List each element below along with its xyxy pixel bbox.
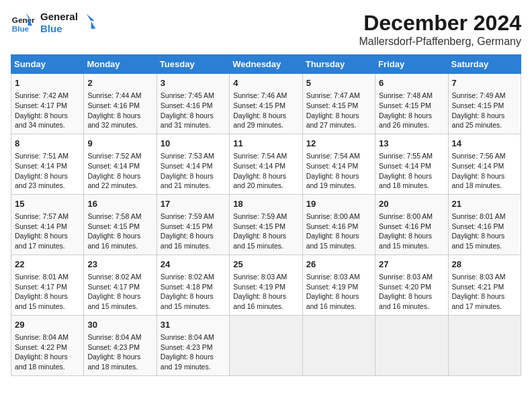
day-info: Sunrise: 7:56 AM Sunset: 4:14 PM Dayligh… [452, 151, 517, 191]
day-info: Sunrise: 8:00 AM Sunset: 4:16 PM Dayligh… [306, 212, 371, 251]
day-number: 28 [452, 259, 517, 271]
day-number: 5 [306, 77, 371, 89]
day-number: 25 [233, 259, 298, 271]
day-info: Sunrise: 7:42 AM Sunset: 4:17 PM Dayligh… [15, 91, 80, 130]
calendar-cell: 20Sunrise: 8:00 AM Sunset: 4:16 PM Dayli… [375, 194, 448, 255]
calendar-cell: 25Sunrise: 8:03 AM Sunset: 4:19 PM Dayli… [230, 255, 302, 315]
day-number: 10 [161, 138, 226, 150]
day-info: Sunrise: 8:03 AM Sunset: 4:21 PM Dayligh… [452, 272, 517, 312]
calendar-cell: 28Sunrise: 8:03 AM Sunset: 4:21 PM Dayli… [448, 255, 521, 315]
weekday-header-tuesday: Tuesday [157, 55, 229, 74]
calendar-cell: 11Sunrise: 7:54 AM Sunset: 4:14 PM Dayli… [230, 134, 302, 194]
day-info: Sunrise: 8:03 AM Sunset: 4:19 PM Dayligh… [233, 272, 298, 312]
svg-text:General: General [12, 15, 35, 24]
weekday-header-row: SundayMondayTuesdayWednesdayThursdayFrid… [11, 55, 521, 74]
day-info: Sunrise: 7:52 AM Sunset: 4:14 PM Dayligh… [87, 151, 152, 191]
day-info: Sunrise: 7:48 AM Sunset: 4:15 PM Dayligh… [379, 91, 444, 130]
day-number: 18 [233, 198, 298, 210]
calendar-cell: 9Sunrise: 7:52 AM Sunset: 4:14 PM Daylig… [84, 134, 157, 194]
day-info: Sunrise: 8:03 AM Sunset: 4:19 PM Dayligh… [306, 272, 371, 312]
svg-text:Blue: Blue [12, 24, 30, 33]
day-number: 24 [161, 259, 226, 271]
day-number: 7 [452, 77, 517, 89]
day-info: Sunrise: 7:58 AM Sunset: 4:15 PM Dayligh… [87, 212, 152, 251]
calendar-week-row: 22Sunrise: 8:01 AM Sunset: 4:17 PM Dayli… [11, 255, 521, 315]
page-header: General Blue General Blue December 2024 … [11, 11, 521, 48]
calendar-cell: 29Sunrise: 8:04 AM Sunset: 4:22 PM Dayli… [11, 315, 84, 375]
weekday-header-friday: Friday [375, 55, 448, 74]
day-number: 30 [87, 319, 152, 331]
weekday-header-sunday: Sunday [11, 55, 84, 74]
day-number: 26 [306, 259, 371, 271]
day-number: 8 [15, 138, 80, 150]
calendar-week-row: 1Sunrise: 7:42 AM Sunset: 4:17 PM Daylig… [11, 74, 521, 134]
calendar-cell: 26Sunrise: 8:03 AM Sunset: 4:19 PM Dayli… [302, 255, 375, 315]
day-info: Sunrise: 7:54 AM Sunset: 4:14 PM Dayligh… [306, 151, 371, 191]
calendar-cell: 7Sunrise: 7:49 AM Sunset: 4:15 PM Daylig… [448, 74, 521, 134]
calendar-cell: 19Sunrise: 8:00 AM Sunset: 4:16 PM Dayli… [302, 194, 375, 255]
day-info: Sunrise: 7:44 AM Sunset: 4:16 PM Dayligh… [87, 91, 152, 130]
calendar-cell: 23Sunrise: 8:02 AM Sunset: 4:17 PM Dayli… [84, 255, 157, 315]
weekday-header-saturday: Saturday [448, 55, 521, 74]
day-info: Sunrise: 8:02 AM Sunset: 4:17 PM Dayligh… [87, 272, 152, 312]
calendar-cell: 18Sunrise: 7:59 AM Sunset: 4:15 PM Dayli… [230, 194, 302, 255]
day-number: 31 [161, 319, 226, 331]
day-info: Sunrise: 8:03 AM Sunset: 4:20 PM Dayligh… [379, 272, 444, 312]
day-info: Sunrise: 7:54 AM Sunset: 4:14 PM Dayligh… [233, 151, 298, 191]
calendar-cell: 24Sunrise: 8:02 AM Sunset: 4:18 PM Dayli… [157, 255, 229, 315]
calendar-cell: 17Sunrise: 7:59 AM Sunset: 4:15 PM Dayli… [157, 194, 229, 255]
calendar-cell: 16Sunrise: 7:58 AM Sunset: 4:15 PM Dayli… [84, 194, 157, 255]
title-block: December 2024 Mallersdorf-Pfaffenberg, G… [359, 11, 521, 48]
day-number: 9 [87, 138, 152, 150]
day-number: 23 [87, 259, 152, 271]
calendar-cell: 27Sunrise: 8:03 AM Sunset: 4:20 PM Dayli… [375, 255, 448, 315]
day-info: Sunrise: 7:55 AM Sunset: 4:14 PM Dayligh… [379, 151, 444, 191]
day-info: Sunrise: 8:01 AM Sunset: 4:17 PM Dayligh… [15, 272, 80, 312]
weekday-header-thursday: Thursday [302, 55, 375, 74]
day-number: 15 [15, 198, 80, 210]
calendar-cell: 15Sunrise: 7:57 AM Sunset: 4:14 PM Dayli… [11, 194, 84, 255]
day-number: 17 [161, 198, 226, 210]
calendar-cell: 3Sunrise: 7:45 AM Sunset: 4:16 PM Daylig… [157, 74, 229, 134]
day-number: 13 [379, 138, 444, 150]
day-number: 2 [87, 77, 152, 89]
day-info: Sunrise: 7:45 AM Sunset: 4:16 PM Dayligh… [161, 91, 226, 130]
day-number: 22 [15, 259, 80, 271]
logo-line2: Blue [40, 23, 78, 35]
day-number: 14 [452, 138, 517, 150]
day-number: 11 [233, 138, 298, 150]
day-info: Sunrise: 7:57 AM Sunset: 4:14 PM Dayligh… [15, 212, 80, 251]
day-info: Sunrise: 7:59 AM Sunset: 4:15 PM Dayligh… [233, 212, 298, 251]
calendar-cell [375, 315, 448, 375]
location-title: Mallersdorf-Pfaffenberg, Germany [359, 36, 521, 48]
logo-line1: General [40, 11, 78, 23]
calendar-cell: 6Sunrise: 7:48 AM Sunset: 4:15 PM Daylig… [375, 74, 448, 134]
calendar-cell: 2Sunrise: 7:44 AM Sunset: 4:16 PM Daylig… [84, 74, 157, 134]
calendar-cell: 5Sunrise: 7:47 AM Sunset: 4:15 PM Daylig… [302, 74, 375, 134]
day-number: 12 [306, 138, 371, 150]
logo-icon: General Blue [11, 11, 35, 35]
day-info: Sunrise: 7:46 AM Sunset: 4:15 PM Dayligh… [233, 91, 298, 130]
calendar-table: SundayMondayTuesdayWednesdayThursdayFrid… [11, 54, 521, 376]
calendar-cell: 1Sunrise: 7:42 AM Sunset: 4:17 PM Daylig… [11, 74, 84, 134]
calendar-cell: 12Sunrise: 7:54 AM Sunset: 4:14 PM Dayli… [302, 134, 375, 194]
calendar-cell: 13Sunrise: 7:55 AM Sunset: 4:14 PM Dayli… [375, 134, 448, 194]
calendar-cell: 21Sunrise: 8:01 AM Sunset: 4:16 PM Dayli… [448, 194, 521, 255]
calendar-cell [448, 315, 521, 375]
day-info: Sunrise: 8:04 AM Sunset: 4:23 PM Dayligh… [161, 332, 226, 372]
month-title: December 2024 [359, 11, 521, 36]
day-info: Sunrise: 8:04 AM Sunset: 4:22 PM Dayligh… [15, 332, 80, 372]
day-info: Sunrise: 7:49 AM Sunset: 4:15 PM Dayligh… [452, 91, 517, 130]
day-number: 27 [379, 259, 444, 271]
day-number: 20 [379, 198, 444, 210]
svg-marker-3 [87, 14, 96, 29]
day-number: 1 [15, 77, 80, 89]
weekday-header-monday: Monday [84, 55, 157, 74]
calendar-cell: 4Sunrise: 7:46 AM Sunset: 4:15 PM Daylig… [230, 74, 302, 134]
day-number: 6 [379, 77, 444, 89]
day-number: 21 [452, 198, 517, 210]
logo: General Blue General Blue [11, 11, 98, 35]
calendar-cell: 8Sunrise: 7:51 AM Sunset: 4:14 PM Daylig… [11, 134, 84, 194]
day-number: 16 [87, 198, 152, 210]
calendar-cell: 10Sunrise: 7:53 AM Sunset: 4:14 PM Dayli… [157, 134, 229, 194]
